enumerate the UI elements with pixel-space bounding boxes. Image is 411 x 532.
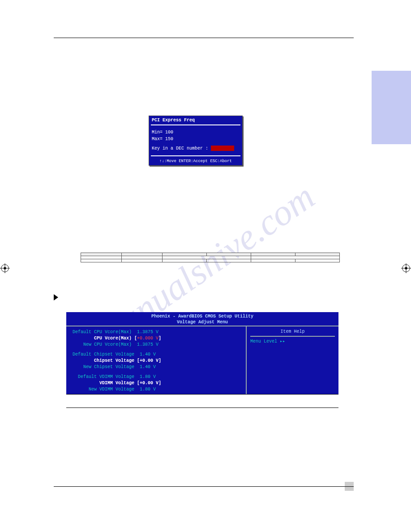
row-label: Default VDIMM Voltage bbox=[78, 374, 134, 379]
vdimm-voltage-setting[interactable]: VDIMM Voltage bbox=[99, 381, 134, 386]
registration-mark-left bbox=[0, 263, 10, 273]
dialog-title: PCI Express Freq bbox=[149, 116, 242, 124]
body-rule-1 bbox=[66, 394, 338, 395]
row-value: 1.80 V bbox=[140, 387, 156, 392]
row-label: Default CPU Vcore(Max) bbox=[73, 330, 132, 335]
dialog-max: Max= 150 bbox=[152, 136, 240, 142]
footer-rule bbox=[54, 486, 354, 487]
bios-title-line1: Phoenix - AwardBIOS CMOS Setup Utility bbox=[66, 312, 338, 320]
bios-title-line2: Voltage Adjust Menu bbox=[66, 320, 338, 326]
dialog-prompt: Key in a DEC number : bbox=[152, 146, 208, 151]
vdimm-voltage-value[interactable]: [+0.00 V] bbox=[137, 381, 161, 386]
table-row bbox=[81, 253, 340, 256]
cpu-vcore-setting[interactable]: CPU Vcore(Max) bbox=[94, 336, 132, 341]
side-tab bbox=[372, 71, 411, 144]
options-table bbox=[81, 253, 340, 262]
row-value: 1.40 V bbox=[140, 352, 156, 357]
row-value: 1.80 V bbox=[140, 374, 156, 379]
pci-express-freq-dialog: PCI Express Freq Min= 100 Max= 150 Key i… bbox=[149, 116, 243, 166]
row-value: 1.40 V bbox=[140, 365, 156, 369]
bios-help-panel: Item Help Menu Level ▸▸ bbox=[247, 326, 338, 395]
registration-mark-right bbox=[401, 263, 411, 273]
row-value: 1.3875 V bbox=[137, 342, 158, 347]
row-label: New VDIMM Voltage bbox=[89, 387, 134, 392]
dialog-min: Min= 100 bbox=[152, 129, 240, 136]
row-label: New Chipset Voltage bbox=[83, 365, 134, 369]
table-row bbox=[81, 256, 340, 259]
row-label: Default Chipset Voltage bbox=[73, 352, 134, 357]
header-rule bbox=[54, 38, 354, 38]
expand-arrow-icon[interactable] bbox=[54, 294, 58, 300]
dialog-body: Min= 100 Max= 150 Key in a DEC number : bbox=[149, 126, 242, 154]
table-row bbox=[81, 259, 340, 262]
menu-level: Menu Level ▸▸ bbox=[250, 339, 335, 344]
bios-settings-list: Default CPU Vcore(Max) 1.3875 V CPU Vcor… bbox=[66, 326, 247, 395]
row-label: New CPU Vcore(Max) bbox=[83, 342, 132, 347]
cpu-vcore-value[interactable]: +0.000 V bbox=[137, 336, 158, 341]
voltage-adjust-bios-panel: Phoenix - AwardBIOS CMOS Setup Utility V… bbox=[66, 312, 338, 395]
dec-number-input[interactable] bbox=[211, 146, 234, 151]
dialog-rule-bottom bbox=[151, 155, 240, 156]
chipset-voltage-value[interactable]: [+0.00 V] bbox=[137, 358, 161, 363]
dialog-footer: ↑↓:Move ENTER:Accept ESC:Abort bbox=[149, 157, 242, 165]
item-help-title: Item Help bbox=[250, 329, 335, 337]
row-value: 1.3875 V bbox=[137, 330, 158, 335]
dialog-rule-top bbox=[151, 124, 240, 125]
body-rule-2 bbox=[66, 408, 338, 408]
chipset-voltage-setting[interactable]: Chipset Voltage bbox=[94, 358, 134, 363]
